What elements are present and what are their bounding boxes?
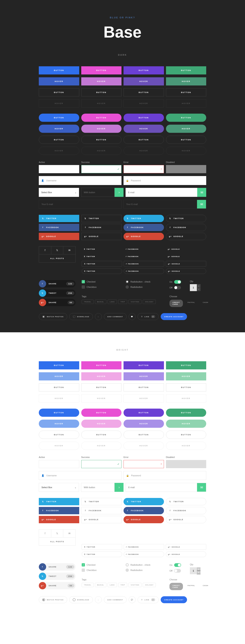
add-comment-button[interactable]: ADD COMMENT	[104, 596, 127, 603]
button-pink[interactable]: BUTTON	[81, 361, 122, 370]
button-blue-hover[interactable]: HOVER	[39, 77, 79, 86]
tab-twitter[interactable]: 𝕏	[51, 530, 64, 537]
button-ghost-hover[interactable]: HOVER	[166, 394, 206, 402]
radio[interactable]	[126, 286, 129, 289]
button-pink[interactable]: BUTTON	[81, 66, 122, 74]
checkbox[interactable]	[82, 286, 85, 289]
mail-button[interactable]: ✉	[197, 200, 206, 208]
button-pill-pink[interactable]: BUTTON	[81, 114, 122, 122]
mini-twitter-pill[interactable]: 𝕏TWITTER	[82, 537, 122, 542]
mini-facebook-pill-outline[interactable]: fFACEBOOK	[124, 268, 164, 274]
button-purple[interactable]: BUTTON	[124, 361, 164, 370]
button-ghost-hover[interactable]: HOVER	[81, 99, 122, 108]
button-pink-hover[interactable]: HOVER	[81, 372, 122, 380]
facebook-outline-button[interactable]: fFACEBOOK	[81, 224, 122, 231]
tab-twitter[interactable]: 𝕏	[51, 246, 64, 254]
tag[interactable]: HOLIDAY	[143, 300, 156, 304]
button-ghost-hover[interactable]: HOVER	[166, 99, 206, 108]
radio[interactable]	[126, 568, 129, 572]
mini-google-outline[interactable]: g+GOOGLE	[166, 261, 206, 266]
button-ghost-hover[interactable]: HOVER	[39, 394, 79, 402]
mini-facebook[interactable]: fFACEBOOK	[124, 529, 164, 535]
twitter-pill-button[interactable]: 𝕏TWITTER	[124, 215, 164, 222]
button-pill-ghost-hover[interactable]: HOVER	[81, 442, 122, 450]
mini-twitter[interactable]: 𝕏TWITTER	[82, 246, 122, 252]
button-ghost-hover[interactable]: HOVER	[81, 394, 122, 402]
button-blue[interactable]: BUTTON	[39, 66, 79, 74]
button-pill-outline[interactable]: BUTTON	[81, 431, 122, 439]
tag[interactable]: TRAVEL	[82, 300, 94, 304]
qty-down[interactable]: ▼	[197, 571, 200, 574]
mini-google-pill-outline[interactable]: g+GOOGLE	[166, 552, 206, 557]
input-with-button[interactable]: ›	[81, 483, 124, 492]
button-green-hover[interactable]: HOVER	[166, 372, 206, 380]
facebook-pill-button[interactable]: fFACEBOOK	[124, 507, 164, 514]
password-field[interactable]: 🔒Password	[124, 471, 206, 480]
mini-facebook-pill-outline[interactable]: fFACEBOOK	[124, 552, 164, 557]
button-pill-ghost-hover[interactable]: HOVER	[39, 442, 79, 450]
button-pill-purple[interactable]: BUTTON	[124, 408, 164, 417]
google-pill-outline-button[interactable]: g+GOOGLE	[166, 233, 206, 240]
button-pill-ghost-hover[interactable]: HOVER	[166, 147, 206, 155]
button-outline[interactable]: BUTTON	[81, 383, 122, 392]
button-outline[interactable]: BUTTON	[124, 383, 164, 392]
email-input[interactable]	[126, 483, 197, 492]
button-pill-ghost-hover[interactable]: HOVER	[124, 147, 164, 155]
button-ghost-hover[interactable]: HOVER	[124, 394, 164, 402]
download-button[interactable]: ↓DOWNLOAD	[69, 313, 93, 320]
mini-google-pill[interactable]: g+GOOGLE	[166, 537, 206, 542]
radio-checked[interactable]	[126, 563, 129, 566]
like-button[interactable]: ♡LIKE2	[138, 313, 159, 320]
tag[interactable]: VISITING	[128, 583, 141, 587]
button-ghost-hover[interactable]: HOVER	[39, 99, 79, 108]
button-pill-blue-hover[interactable]: HOVER	[39, 420, 79, 428]
button-outline[interactable]: BUTTON	[39, 88, 79, 96]
tag[interactable]: HOLIDAY	[143, 583, 156, 587]
button-pill-pink[interactable]: BUTTON	[81, 408, 122, 417]
checkbox-checked[interactable]: ✓	[82, 280, 85, 283]
toggle-on[interactable]	[174, 280, 181, 284]
input-active[interactable]	[39, 165, 79, 173]
email-input[interactable]	[126, 188, 197, 197]
mini-twitter-pill[interactable]: 𝕏TWITTER	[82, 254, 122, 259]
twitter-button[interactable]: 𝕏TWITTER	[39, 215, 79, 222]
checkbox[interactable]	[82, 568, 85, 572]
tab-facebook[interactable]: f	[39, 246, 51, 254]
mini-twitter-pill-outline[interactable]: 𝕏TWITTER	[82, 552, 122, 557]
facebook-pill-button[interactable]: fFACEBOOK	[124, 224, 164, 231]
tab-mail[interactable]: ✉	[63, 246, 75, 254]
button-outline[interactable]: BUTTON	[81, 88, 122, 96]
share-google[interactable]: g+SHARE50	[39, 582, 76, 589]
button-pill-green[interactable]: BUTTON	[166, 408, 206, 417]
choice-cash[interactable]: CASH	[200, 300, 211, 307]
mini-facebook-pill[interactable]: fFACEBOOK	[124, 254, 164, 259]
share-twitter[interactable]: 𝕏TWEET256	[39, 572, 76, 580]
twitter-pill-outline-button[interactable]: 𝕏TWITTER	[166, 215, 206, 222]
mail-button[interactable]: ✉	[197, 188, 206, 197]
tag[interactable]: LAKE	[108, 300, 117, 304]
google-outline-button[interactable]: g+GOOGLE	[81, 516, 122, 523]
choice-paypal[interactable]: PAYPAL	[185, 583, 198, 590]
tag[interactable]: LAKE	[108, 583, 117, 587]
button-pill-green-hover[interactable]: HOVER	[166, 420, 206, 428]
button-outline[interactable]: BUTTON	[124, 88, 164, 96]
button-blue-hover[interactable]: HOVER	[39, 372, 79, 380]
button-pill-outline[interactable]: BUTTON	[39, 431, 79, 439]
button-purple-hover[interactable]: HOVER	[124, 77, 164, 86]
button-pill-purple[interactable]: BUTTON	[124, 114, 164, 122]
qty-up[interactable]: ▲	[197, 567, 200, 571]
tag[interactable]: TRAVEL	[82, 583, 94, 587]
add-comment-button[interactable]: ADD COMMENT	[104, 313, 127, 320]
like-button[interactable]: ♡LIKE2	[138, 596, 159, 603]
button-pill-ghost-hover[interactable]: HOVER	[124, 442, 164, 450]
tag[interactable]: VISITING	[128, 300, 141, 304]
tag[interactable]: TRIP	[118, 300, 127, 304]
ghost-email-with-button[interactable]: Your E-mail✉	[124, 200, 206, 209]
google-pill-button[interactable]: g+GOOGLE	[124, 516, 164, 523]
password-field[interactable]: 🔒Password	[124, 176, 206, 185]
qty-stepper[interactable]: 1▲▼	[190, 284, 206, 291]
comment-icon-button[interactable]: 💬	[129, 313, 136, 320]
button-purple[interactable]: BUTTON	[124, 66, 164, 74]
google-pill-button[interactable]: g+GOOGLE	[124, 233, 164, 240]
watch-photos-button[interactable]: ▣WATCH PHOTOS	[39, 596, 67, 603]
